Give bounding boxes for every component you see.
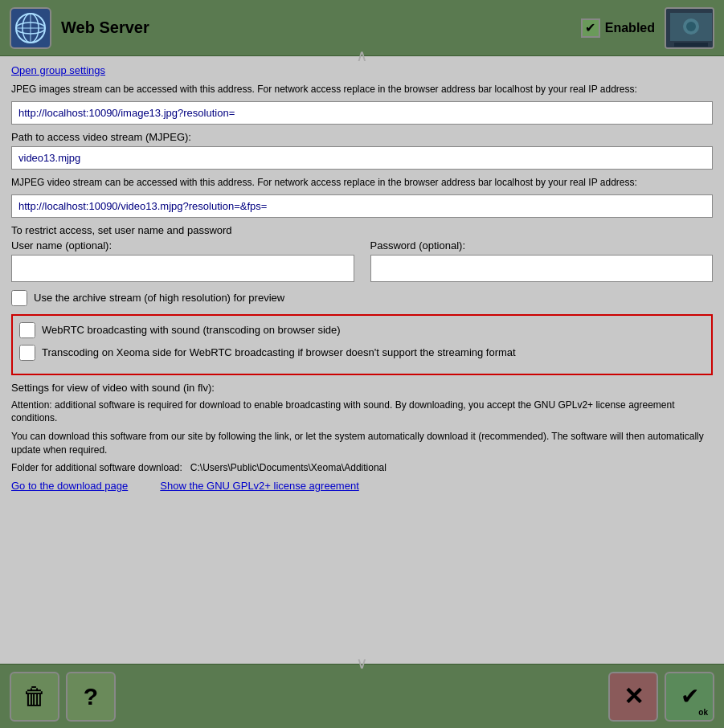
password-label: Password (optional):	[370, 239, 714, 252]
username-input[interactable]	[11, 255, 354, 282]
links-row: Go to the download page Show the GNU GPL…	[11, 480, 713, 492]
folder-path: C:\Users\Public\Documents\Xeoma\Addition…	[190, 462, 387, 473]
webrtc-checkbox-row: WebRTC broadcasting with sound (transcod…	[19, 322, 705, 338]
transcoding-checkbox-label[interactable]: Transcoding on Xeoma side for WebRTC bro…	[42, 346, 516, 358]
restrict-text: To restrict access, set user name and pa…	[11, 224, 713, 236]
ok-button[interactable]: ✔ ok	[665, 672, 714, 722]
svg-point-8	[686, 22, 696, 31]
enabled-section: ✔ Enabled	[581, 18, 655, 38]
password-input[interactable]	[370, 255, 714, 282]
webrtc-checkbox[interactable]	[19, 322, 35, 338]
camera-thumbnail	[665, 7, 714, 49]
collapse-arrow-bottom[interactable]: ∨	[356, 653, 368, 673]
help-button[interactable]: ?	[66, 672, 116, 722]
password-col: Password (optional):	[370, 239, 714, 282]
username-col: User name (optional):	[11, 239, 354, 282]
cancel-button[interactable]: ✕	[608, 672, 658, 722]
mjpeg-info-text: MJPEG video stream can be accessed with …	[11, 176, 713, 190]
webrtc-checkbox-label[interactable]: WebRTC broadcasting with sound (transcod…	[42, 324, 341, 336]
svg-rect-9	[674, 43, 708, 47]
transcoding-checkbox[interactable]	[19, 345, 35, 361]
video-path-label: Path to access video stream (MJPEG):	[11, 131, 713, 143]
footer-right: ✕ ✔ ok	[608, 672, 714, 722]
footer: ∨ 🗑 ? ✕ ✔ ok	[0, 664, 724, 728]
app-icon	[10, 7, 51, 49]
enabled-checkbox[interactable]: ✔	[581, 18, 600, 38]
jpeg-url-field[interactable]: http://localhost:10090/image13.jpg?resol…	[11, 101, 713, 125]
collapse-arrow-top[interactable]: ∧	[356, 46, 368, 65]
video-path-field[interactable]: video13.mjpg	[11, 146, 713, 170]
attention-text: Attention: additional software is requir…	[11, 399, 713, 426]
gnu-license-link[interactable]: Show the GNU GPLv2+ license agreement	[160, 480, 359, 492]
folder-row: Folder for additional software download:…	[11, 462, 713, 473]
download-page-link[interactable]: Go to the download page	[11, 480, 128, 492]
credentials-row: User name (optional): Password (optional…	[11, 239, 713, 282]
archive-checkbox[interactable]	[11, 290, 27, 306]
folder-label: Folder for additional software download:	[11, 462, 182, 473]
globe-icon	[14, 12, 47, 44]
open-group-settings-link[interactable]: Open group settings	[11, 64, 713, 76]
question-icon: ?	[84, 683, 98, 710]
page-title: Web Server	[61, 18, 581, 37]
header: Web Server ✔ Enabled ∧	[0, 0, 724, 56]
archive-checkbox-row: Use the archive stream (of high resoluti…	[11, 290, 713, 306]
footer-left: 🗑 ?	[10, 672, 116, 722]
webrtc-box: WebRTC broadcasting with sound (transcod…	[11, 314, 713, 375]
flv-settings-label: Settings for view of video with sound (i…	[11, 382, 713, 394]
jpeg-info-text: JPEG images stream can be accessed with …	[11, 83, 713, 96]
trash-icon: 🗑	[22, 683, 47, 710]
username-label: User name (optional):	[11, 239, 354, 252]
ok-label: ok	[698, 708, 708, 717]
transcoding-checkbox-row: Transcoding on Xeoma side for WebRTC bro…	[19, 345, 705, 361]
cancel-icon: ✕	[624, 682, 644, 710]
download-info-text: You can download this software from our …	[11, 430, 713, 457]
archive-checkbox-label[interactable]: Use the archive stream (of high resoluti…	[34, 292, 284, 304]
main-content: Open group settings JPEG images stream c…	[0, 56, 724, 664]
mjpeg-url-field[interactable]: http://localhost:10090/video13.mjpg?reso…	[11, 194, 713, 218]
trash-button[interactable]: 🗑	[10, 672, 59, 722]
ok-checkmark-icon: ✔	[681, 683, 699, 710]
enabled-label: Enabled	[605, 21, 655, 35]
